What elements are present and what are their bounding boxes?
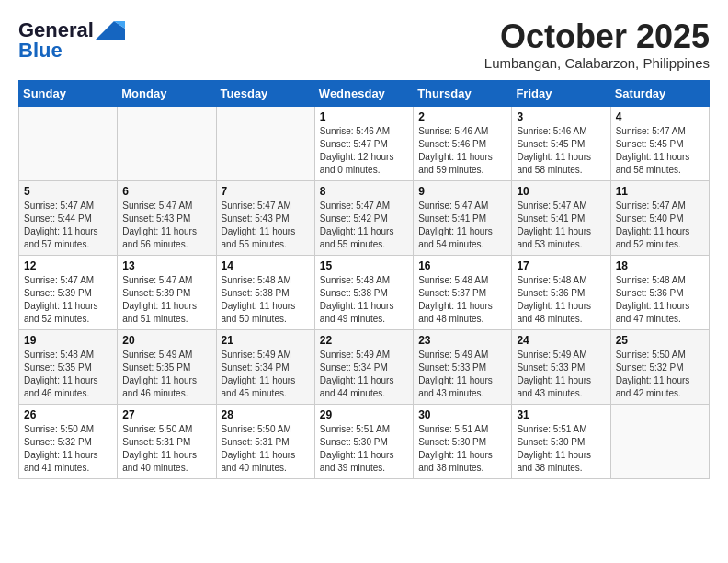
day-info: Sunrise: 5:47 AM Sunset: 5:43 PM Dayligh… [222, 200, 310, 251]
day-number: 31 [517, 408, 605, 421]
location: Lumbangan, Calabarzon, Philippines [484, 55, 710, 71]
day-info: Sunrise: 5:50 AM Sunset: 5:31 PM Dayligh… [222, 423, 310, 475]
table-row: 5Sunrise: 5:47 AM Sunset: 5:44 PM Daylig… [19, 180, 118, 255]
day-info: Sunrise: 5:47 AM Sunset: 5:39 PM Dayligh… [24, 274, 112, 326]
table-row [19, 106, 118, 180]
header-tuesday: Tuesday [216, 80, 314, 106]
day-info: Sunrise: 5:49 AM Sunset: 5:35 PM Dayligh… [122, 349, 210, 400]
day-number: 19 [24, 334, 112, 347]
day-number: 28 [222, 408, 310, 421]
table-row: 14Sunrise: 5:48 AM Sunset: 5:38 PM Dayli… [216, 255, 314, 329]
day-info: Sunrise: 5:47 AM Sunset: 5:41 PM Dayligh… [418, 200, 506, 251]
day-number: 30 [418, 408, 506, 421]
table-row: 17Sunrise: 5:48 AM Sunset: 5:36 PM Dayli… [512, 255, 610, 329]
calendar-week-row: 26Sunrise: 5:50 AM Sunset: 5:32 PM Dayli… [19, 404, 710, 478]
day-number: 12 [24, 259, 112, 272]
table-row: 7Sunrise: 5:47 AM Sunset: 5:43 PM Daylig… [216, 180, 314, 255]
day-number: 20 [122, 334, 210, 347]
day-number: 6 [122, 185, 210, 198]
table-row: 31Sunrise: 5:51 AM Sunset: 5:30 PM Dayli… [512, 404, 610, 478]
day-info: Sunrise: 5:46 AM Sunset: 5:46 PM Dayligh… [418, 125, 506, 177]
day-number: 5 [24, 185, 112, 198]
header-monday: Monday [118, 80, 216, 106]
day-number: 7 [222, 185, 310, 198]
day-info: Sunrise: 5:50 AM Sunset: 5:32 PM Dayligh… [24, 423, 112, 475]
table-row: 28Sunrise: 5:50 AM Sunset: 5:31 PM Dayli… [216, 404, 314, 478]
table-row [610, 404, 709, 478]
calendar-week-row: 5Sunrise: 5:47 AM Sunset: 5:44 PM Daylig… [19, 180, 710, 255]
table-row: 22Sunrise: 5:49 AM Sunset: 5:34 PM Dayli… [314, 329, 413, 404]
table-row: 16Sunrise: 5:48 AM Sunset: 5:37 PM Dayli… [414, 255, 512, 329]
table-row: 29Sunrise: 5:51 AM Sunset: 5:30 PM Dayli… [314, 404, 413, 478]
table-row: 26Sunrise: 5:50 AM Sunset: 5:32 PM Dayli… [19, 404, 118, 478]
day-number: 25 [616, 334, 704, 347]
calendar-week-row: 19Sunrise: 5:48 AM Sunset: 5:35 PM Dayli… [19, 329, 710, 404]
day-number: 4 [616, 110, 704, 123]
day-number: 2 [418, 110, 506, 123]
calendar-week-row: 12Sunrise: 5:47 AM Sunset: 5:39 PM Dayli… [19, 255, 710, 329]
header-friday: Friday [512, 80, 610, 106]
logo-icon [96, 21, 125, 40]
table-row: 19Sunrise: 5:48 AM Sunset: 5:35 PM Dayli… [19, 329, 118, 404]
day-info: Sunrise: 5:51 AM Sunset: 5:30 PM Dayligh… [320, 423, 408, 475]
day-number: 10 [517, 185, 605, 198]
table-row: 10Sunrise: 5:47 AM Sunset: 5:41 PM Dayli… [512, 180, 610, 255]
day-number: 15 [320, 259, 408, 272]
table-row: 12Sunrise: 5:47 AM Sunset: 5:39 PM Dayli… [19, 255, 118, 329]
header-sunday: Sunday [19, 80, 118, 106]
day-info: Sunrise: 5:46 AM Sunset: 5:47 PM Dayligh… [320, 125, 408, 177]
header-saturday: Saturday [610, 80, 709, 106]
table-row: 2Sunrise: 5:46 AM Sunset: 5:46 PM Daylig… [414, 106, 512, 180]
table-row: 4Sunrise: 5:47 AM Sunset: 5:45 PM Daylig… [610, 106, 709, 180]
day-info: Sunrise: 5:48 AM Sunset: 5:38 PM Dayligh… [222, 274, 310, 326]
table-row: 18Sunrise: 5:48 AM Sunset: 5:36 PM Dayli… [610, 255, 709, 329]
day-info: Sunrise: 5:48 AM Sunset: 5:36 PM Dayligh… [517, 274, 605, 326]
table-row: 9Sunrise: 5:47 AM Sunset: 5:41 PM Daylig… [414, 180, 512, 255]
day-number: 9 [418, 185, 506, 198]
day-info: Sunrise: 5:48 AM Sunset: 5:37 PM Dayligh… [418, 274, 506, 326]
day-number: 1 [320, 110, 408, 123]
day-info: Sunrise: 5:49 AM Sunset: 5:33 PM Dayligh… [418, 349, 506, 400]
day-info: Sunrise: 5:48 AM Sunset: 5:36 PM Dayligh… [616, 274, 704, 326]
calendar-week-row: 1Sunrise: 5:46 AM Sunset: 5:47 PM Daylig… [19, 106, 710, 180]
day-number: 8 [320, 185, 408, 198]
day-number: 17 [517, 259, 605, 272]
day-info: Sunrise: 5:46 AM Sunset: 5:45 PM Dayligh… [517, 125, 605, 177]
day-info: Sunrise: 5:49 AM Sunset: 5:34 PM Dayligh… [320, 349, 408, 400]
day-info: Sunrise: 5:47 AM Sunset: 5:40 PM Dayligh… [616, 200, 704, 251]
day-info: Sunrise: 5:47 AM Sunset: 5:41 PM Dayligh… [517, 200, 605, 251]
table-row: 8Sunrise: 5:47 AM Sunset: 5:42 PM Daylig… [314, 180, 413, 255]
day-info: Sunrise: 5:47 AM Sunset: 5:42 PM Dayligh… [320, 200, 408, 251]
table-row: 15Sunrise: 5:48 AM Sunset: 5:38 PM Dayli… [314, 255, 413, 329]
table-row: 6Sunrise: 5:47 AM Sunset: 5:43 PM Daylig… [118, 180, 216, 255]
day-info: Sunrise: 5:49 AM Sunset: 5:33 PM Dayligh… [517, 349, 605, 400]
table-row: 25Sunrise: 5:50 AM Sunset: 5:32 PM Dayli… [610, 329, 709, 404]
day-number: 18 [616, 259, 704, 272]
table-row: 27Sunrise: 5:50 AM Sunset: 5:31 PM Dayli… [118, 404, 216, 478]
table-row: 1Sunrise: 5:46 AM Sunset: 5:47 PM Daylig… [314, 106, 413, 180]
table-row: 23Sunrise: 5:49 AM Sunset: 5:33 PM Dayli… [414, 329, 512, 404]
table-row: 11Sunrise: 5:47 AM Sunset: 5:40 PM Dayli… [610, 180, 709, 255]
header-thursday: Thursday [414, 80, 512, 106]
calendar-table: Sunday Monday Tuesday Wednesday Thursday… [18, 80, 710, 479]
day-info: Sunrise: 5:47 AM Sunset: 5:43 PM Dayligh… [122, 200, 210, 251]
table-row: 21Sunrise: 5:49 AM Sunset: 5:34 PM Dayli… [216, 329, 314, 404]
day-info: Sunrise: 5:48 AM Sunset: 5:38 PM Dayligh… [320, 274, 408, 326]
day-number: 27 [122, 408, 210, 421]
month-title: October 2025 [484, 18, 710, 55]
day-info: Sunrise: 5:47 AM Sunset: 5:45 PM Dayligh… [616, 125, 704, 177]
logo-blue: Blue [18, 39, 63, 63]
table-row: 24Sunrise: 5:49 AM Sunset: 5:33 PM Dayli… [512, 329, 610, 404]
page-header: General Blue October 2025 Lumbangan, Cal… [18, 18, 710, 71]
day-info: Sunrise: 5:51 AM Sunset: 5:30 PM Dayligh… [517, 423, 605, 475]
day-number: 16 [418, 259, 506, 272]
day-number: 21 [222, 334, 310, 347]
table-row: 20Sunrise: 5:49 AM Sunset: 5:35 PM Dayli… [118, 329, 216, 404]
day-number: 29 [320, 408, 408, 421]
day-number: 22 [320, 334, 408, 347]
day-number: 11 [616, 185, 704, 198]
logo: General Blue [18, 18, 125, 63]
table-row [216, 106, 314, 180]
day-info: Sunrise: 5:50 AM Sunset: 5:32 PM Dayligh… [616, 349, 704, 400]
day-number: 13 [122, 259, 210, 272]
